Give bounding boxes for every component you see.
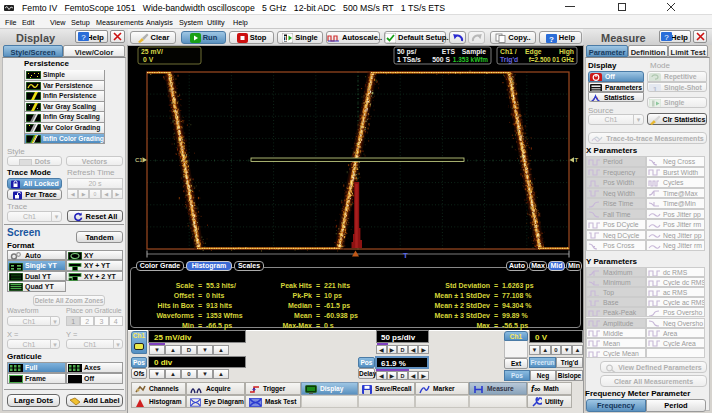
svg-text:Sample: Sample (462, 48, 486, 56)
svg-text:Ch1 /: Ch1 / (500, 48, 517, 55)
svg-text:T: T (403, 251, 408, 260)
svg-text:?: ? (549, 34, 554, 43)
svg-text:f=2.500 01 GHz: f=2.500 01 GHz (529, 56, 574, 63)
svg-text:Trig'd: Trig'd (500, 56, 518, 64)
svg-text:1 TSa/s: 1 TSa/s (397, 56, 421, 63)
svg-text:50 ps/: 50 ps/ (397, 48, 416, 56)
svg-text:?: ? (664, 33, 669, 42)
svg-text:1: 1 (653, 84, 658, 92)
svg-text:Edge: Edge (525, 48, 542, 56)
svg-text:T: T (575, 157, 579, 163)
svg-text:1.353 kWfm: 1.353 kWfm (453, 56, 488, 63)
svg-text:?: ? (81, 33, 86, 42)
svg-text:C1: C1 (135, 157, 143, 163)
svg-text:1: 1 (284, 35, 288, 42)
svg-text:500 S: 500 S (432, 56, 450, 63)
svg-text:0 V: 0 V (143, 56, 154, 63)
svg-text:ETS: ETS (442, 48, 456, 55)
svg-text:High: High (559, 48, 574, 56)
svg-text:25 mV/: 25 mV/ (141, 48, 163, 55)
